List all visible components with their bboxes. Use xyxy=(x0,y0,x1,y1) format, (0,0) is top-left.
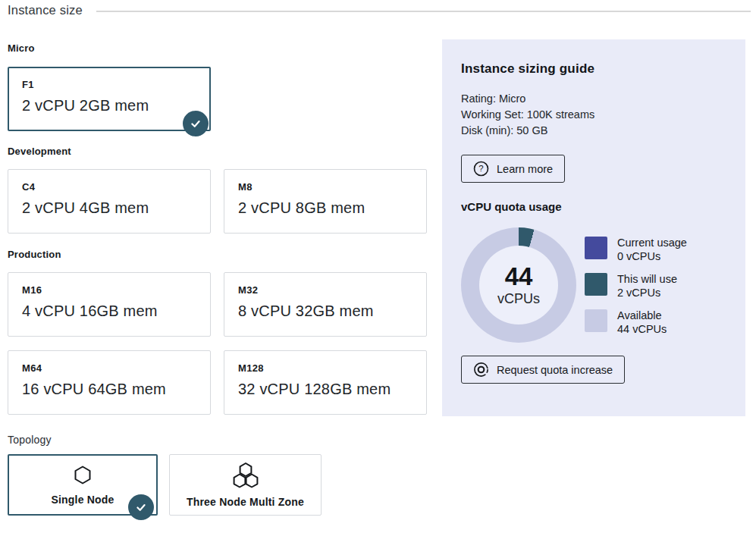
learn-more-button[interactable]: ? Learn more xyxy=(461,155,565,183)
vcpu-donut: 44 vCPUs xyxy=(461,227,576,343)
legend-value: 0 vCPUs xyxy=(617,250,687,264)
size-card-id: M16 xyxy=(22,284,196,296)
size-card-spec: 32 vCPU 128GB mem xyxy=(238,381,413,398)
size-card-id: M128 xyxy=(238,362,413,374)
guide-rating-line: Rating: Micro xyxy=(461,91,726,107)
size-card-spec: 2 vCPU 8GB mem xyxy=(238,199,413,217)
request-quota-increase-label: Request quota increase xyxy=(497,364,613,376)
guide-disk-line: Disk (min): 50 GB xyxy=(461,123,726,139)
single-hexagon-icon xyxy=(72,464,93,487)
legend-value: 44 vCPUs xyxy=(617,323,667,337)
size-card-f1[interactable]: F1 2 vCPU 2GB mem xyxy=(8,67,211,131)
size-card-m16[interactable]: M16 4 vCPU 16GB mem xyxy=(8,272,211,337)
legend-swatch-this-will-use xyxy=(585,273,607,296)
legend-swatch-available xyxy=(585,309,607,332)
size-card-m32[interactable]: M32 8 vCPU 32GB mem xyxy=(224,272,427,337)
size-card-c4[interactable]: C4 2 vCPU 4GB mem xyxy=(8,169,211,234)
size-card-m64[interactable]: M64 16 vCPU 64GB mem xyxy=(8,350,211,415)
guide-title: Instance sizing guide xyxy=(461,61,726,77)
section-label-development: Development xyxy=(8,146,71,157)
legend-value: 2 vCPUs xyxy=(617,287,677,300)
legend-swatch-current-usage xyxy=(585,237,607,259)
vcpu-total-value: 44 xyxy=(505,264,533,290)
vcpu-donut-center: 44 vCPUs xyxy=(479,246,558,325)
topology-card-label: Three Node Multi Zone xyxy=(187,496,304,508)
section-label-topology: Topology xyxy=(8,434,52,446)
topology-card-three-node-multi-zone[interactable]: Three Node Multi Zone xyxy=(169,454,322,516)
legend-item-this-will-use: This will use 2 vCPUs xyxy=(585,273,687,299)
size-card-id: C4 xyxy=(22,181,196,193)
selected-check-icon xyxy=(128,494,154,520)
size-card-spec: 2 vCPU 4GB mem xyxy=(22,199,196,217)
learn-more-label: Learn more xyxy=(497,163,553,175)
request-quota-increase-button[interactable]: Request quota increase xyxy=(461,356,625,384)
size-card-spec: 8 vCPU 32GB mem xyxy=(238,303,413,320)
section-label-micro: Micro xyxy=(8,42,35,54)
legend-label: Available xyxy=(617,309,667,323)
vcpu-quota-usage-title: vCPU quota usage xyxy=(461,200,726,213)
size-card-m8[interactable]: M8 2 vCPU 8GB mem xyxy=(224,169,427,234)
quota-legend: Current usage 0 vCPUs This will use 2 vC… xyxy=(585,227,687,343)
page-title: Instance size xyxy=(8,3,83,17)
size-card-id: M32 xyxy=(238,284,413,296)
selected-check-icon xyxy=(183,111,209,136)
vcpu-quota-chart: 44 vCPUs Current usage 0 vCPUs This will… xyxy=(461,227,726,343)
page-header: Instance size xyxy=(8,3,751,17)
size-card-spec: 2 vCPU 2GB mem xyxy=(22,97,196,114)
three-hexagons-icon xyxy=(231,462,261,489)
size-card-spec: 16 vCPU 64GB mem xyxy=(22,381,196,398)
size-card-spec: 4 vCPU 16GB mem xyxy=(22,303,196,320)
svg-text:?: ? xyxy=(478,164,483,173)
vcpu-total-unit: vCPUs xyxy=(497,291,540,307)
size-card-m128[interactable]: M128 32 vCPU 128GB mem xyxy=(224,350,427,415)
legend-item-available: Available 44 vCPUs xyxy=(585,309,687,336)
section-label-production: Production xyxy=(8,249,61,260)
quota-target-icon xyxy=(473,362,489,378)
topology-card-label: Single Node xyxy=(51,494,114,506)
size-card-id: M64 xyxy=(22,362,196,374)
legend-label: This will use xyxy=(617,273,677,287)
size-card-id: F1 xyxy=(22,79,196,90)
legend-item-current-usage: Current usage 0 vCPUs xyxy=(585,237,687,263)
size-card-id: M8 xyxy=(238,181,413,193)
question-mark-icon: ? xyxy=(473,161,489,177)
legend-label: Current usage xyxy=(617,237,687,250)
topology-card-single-node[interactable]: Single Node xyxy=(8,454,158,516)
instance-sizing-guide-panel: Instance sizing guide Rating: Micro Work… xyxy=(442,39,745,416)
guide-working-set-line: Working Set: 100K streams xyxy=(461,107,726,123)
header-divider xyxy=(96,11,751,12)
